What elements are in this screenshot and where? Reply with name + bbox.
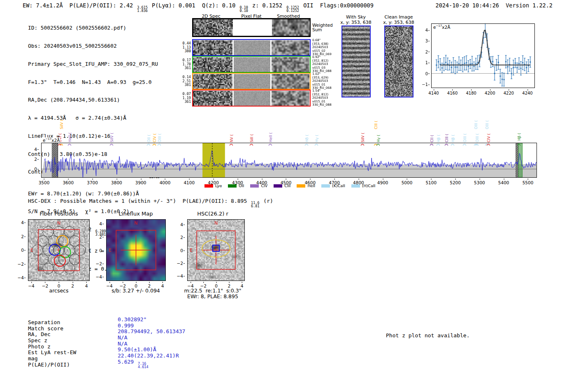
match-value: 0.999 [118,322,135,329]
match-label: Est LyA rest-EW [28,349,118,355]
fiber-meta: 0.68"(353, 638)20240503 v015_02330_RU_06… [311,39,343,56]
emission-line-label: Hβ ( [518,124,521,141]
emission-line-label: SiIV ( [361,126,365,142]
cleanimage-image [385,26,413,97]
match-value: 5.629 7.164.614 [118,359,149,365]
emission-line-label: Hγ ( [315,126,319,142]
match-label: mag [28,355,118,362]
emission-line-label: SiIV ( [110,126,114,142]
info-ewr: EWr = 8.70(±1.20) (w: 7.90(±0.86))Å [28,191,164,197]
fiber-weights: 0.071.19361 [179,90,192,107]
fiber-yticks: 420−2−4 [17,223,26,278]
linefit-ylabel: e−17x2Å [432,24,451,30]
fiber-xlabel: arcsecs [49,288,69,294]
spectrum-yticks: 420 [32,149,39,169]
spectrum-legend: LyαOIICIVCIIIHeII(K)CaII(H)CaII [204,183,381,188]
east-label: E [109,248,111,253]
legend-item: (H)CaII [351,183,376,188]
legend-swatch [274,184,282,188]
info-radec: RA,Dec (208.794434,50.613361) [28,97,164,103]
spec2d-fiber-image [193,57,232,72]
z-value: z: 0.1252 [249,2,286,9]
cleanimage-frame [384,26,413,97]
info-wavelength: λ = 4194.53Å σ = 2.74(±0.34)Å [28,115,164,121]
lineflux-map-plot: N E [106,219,166,281]
header-meta: 2024-10-20 10:44:26 Version 1.22.2 [436,2,553,9]
north-label: N [57,220,60,226]
cleanimage-title: Clean Image [384,14,413,20]
lineflux-yticks: 420−2−4 [95,224,104,277]
hscdex-summary: HSC-DEX : Possible Matches = 1 (within +… [28,198,273,208]
info-seeing: F=1.3" T=0.146 N=1.43 A=0.93 g=25.0 [28,79,164,86]
report-version: Version 1.22.2 [506,2,553,9]
cleanimage-coords: x, y: 353, 638 [383,20,414,25]
fiber-meta: 1.54"(352, 812)20240503 v015_01330_RU_08… [311,90,343,107]
legend-item: HeII [297,183,315,188]
match-value: N/A [118,341,129,347]
spectr um-ylabel: e−17x2Å [42,137,60,143]
pixelflat-image [234,74,270,89]
legend-item: OII [228,183,244,188]
emission-line-label: OII ( [147,126,151,142]
match-value: N/A [118,334,129,341]
fiber-positions-plot: N E [28,219,90,281]
flags-value: OII Flags:0x00000009 [300,2,374,9]
north-label: N [134,220,137,226]
info-obs: Obs: 20240503v015_5002556602 [28,43,164,49]
emission-line-label: CII ( [430,126,434,142]
hsc-image [188,220,244,281]
spec2d-row: 0.071.19361 1.54"(352, 812)20240503 v015… [179,90,343,107]
smoothed-image [272,91,309,106]
match-value: 22.40(22.39,22.41)R [118,353,181,359]
emission-line-label: Hβ ( [451,126,455,142]
spec2d-row: 0.171.78361 0.92"(352, 812)20240503 v015… [179,56,343,73]
smoothed-image [272,74,309,89]
emission-line-label: CIII ( [445,126,449,142]
legend-item: Lyα [204,183,222,188]
fiber-weights: 0.142.51381 [179,73,192,90]
elixer-report-page: EW: 7.4±1.2Å P(LAE)/P(OII): 2.42 3.6151.… [0,0,576,392]
hsc-caption-1: m:22.5 re:1.1" s:0.3" [184,288,242,294]
header-stats: EW: 7.4±1.2Å P(LAE)/P(OII): 2.42 3.6151.… [23,2,374,12]
linefit-plot: e−17x2Å [431,23,535,88]
fiber-weights: 0.171.78361 [179,56,192,73]
withsky-image [342,26,370,97]
legend-swatch [297,184,305,188]
legend-item: CIII [274,183,290,188]
plae-poii-range: 3.6151.836 [137,6,148,12]
match-label: Spec z [28,337,118,343]
emission-line-label: CIV ( [153,126,157,142]
smoothed-image [272,57,309,72]
hsc-title: HSC(26.2) r [197,211,228,217]
spec2d-fiber-rows: 0.441.13380 0.68"(353, 638)20240503 v015… [179,39,343,107]
hsc-yticks: 420−2−4 [177,225,185,276]
emission-line-label: CIV ( [487,126,491,142]
legend-item: CIV [250,183,267,188]
info-primary-spec: Primary Spec_Slot_IFU_AMP: 330_092_075_R… [28,61,164,67]
legend-swatch [351,184,360,188]
match-label: Photo z [28,343,118,350]
spec2d-weighted-image [193,19,233,36]
linefit-yticks: 43210−1 [422,30,430,84]
match-value: 208.794492, 50.613437 [118,328,187,334]
east-label: E [30,248,33,253]
spec2d-weighted-row: Weighted Sum [179,18,343,37]
hsc-plot: N E [187,219,245,281]
match-value: 0.302892" [118,316,148,322]
weighted-sum-label: Weighted Sum [311,18,343,37]
pixelflat-image [234,91,270,106]
linefit-canvas [432,24,534,88]
legend-swatch [204,184,213,188]
match-label: P(LAE)/P(OII) [28,362,118,368]
lineflux-map-image [107,220,165,281]
fiber-meta: 0.92"(352, 812)20240503 v015_03330_RU_08… [311,56,343,73]
match-table: Separation0.302892" Match score0.999 RA,… [28,316,187,365]
emission-line-label: HeII ( [68,126,72,142]
spectrum-canvas [42,143,537,177]
qz-range: 0.100.10 [239,6,248,12]
lineflux-map-title: Lineflux Map [119,211,153,217]
match-value: 9.50(±1.00)Å [118,346,158,353]
withsky-frame [341,26,371,97]
spec2d-row: 0.142.51381 1.02"(353, 629)20240503 v015… [179,73,343,90]
fiber-weights: 0.441.13380 [179,39,192,56]
